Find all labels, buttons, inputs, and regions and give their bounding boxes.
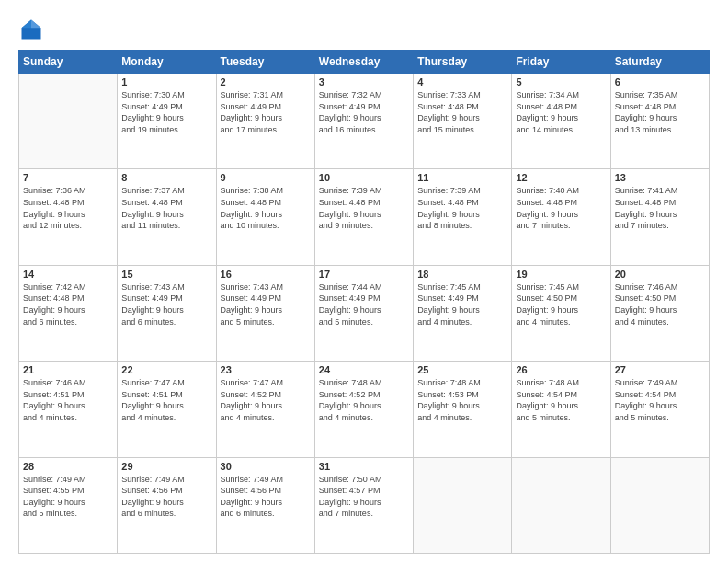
day-number: 9 [221, 172, 311, 183]
day-info: Sunrise: 7:48 AM Sunset: 4:53 PM Dayligh… [417, 377, 507, 423]
col-header-sunday: Sunday [19, 51, 118, 74]
day-cell [19, 74, 118, 169]
day-info: Sunrise: 7:42 AM Sunset: 4:48 PM Dayligh… [23, 282, 113, 327]
week-row-4: 21Sunrise: 7:46 AM Sunset: 4:51 PM Dayli… [19, 362, 710, 457]
calendar-header: SundayMondayTuesdayWednesdayThursdayFrid… [19, 51, 710, 74]
day-number: 26 [516, 364, 606, 375]
header [18, 17, 710, 42]
day-number: 1 [121, 76, 211, 87]
day-info: Sunrise: 7:49 AM Sunset: 4:55 PM Dayligh… [23, 474, 113, 520]
day-info: Sunrise: 7:43 AM Sunset: 4:49 PM Dayligh… [121, 282, 211, 327]
day-number: 18 [417, 269, 507, 280]
day-number: 15 [121, 269, 211, 280]
day-cell: 25Sunrise: 7:48 AM Sunset: 4:53 PM Dayli… [414, 362, 512, 457]
day-info: Sunrise: 7:46 AM Sunset: 4:51 PM Dayligh… [23, 377, 113, 423]
day-cell: 14Sunrise: 7:42 AM Sunset: 4:48 PM Dayli… [19, 265, 118, 361]
day-number: 6 [615, 76, 705, 87]
week-row-2: 7Sunrise: 7:36 AM Sunset: 4:48 PM Daylig… [19, 169, 710, 265]
day-cell: 17Sunrise: 7:44 AM Sunset: 4:49 PM Dayli… [314, 265, 413, 361]
day-cell: 21Sunrise: 7:46 AM Sunset: 4:51 PM Dayli… [19, 362, 118, 457]
day-cell: 6Sunrise: 7:35 AM Sunset: 4:48 PM Daylig… [610, 74, 709, 169]
col-header-wednesday: Wednesday [314, 51, 413, 74]
day-cell: 9Sunrise: 7:38 AM Sunset: 4:48 PM Daylig… [216, 169, 314, 265]
day-cell: 30Sunrise: 7:49 AM Sunset: 4:56 PM Dayli… [216, 457, 314, 553]
day-number: 21 [23, 364, 113, 375]
day-info: Sunrise: 7:33 AM Sunset: 4:48 PM Dayligh… [417, 89, 507, 135]
day-number: 12 [516, 172, 606, 183]
day-cell: 18Sunrise: 7:45 AM Sunset: 4:49 PM Dayli… [414, 265, 512, 361]
week-row-3: 14Sunrise: 7:42 AM Sunset: 4:48 PM Dayli… [19, 265, 710, 361]
day-number: 13 [615, 172, 705, 183]
day-cell: 11Sunrise: 7:39 AM Sunset: 4:48 PM Dayli… [414, 169, 512, 265]
day-number: 11 [417, 172, 507, 183]
day-cell: 5Sunrise: 7:34 AM Sunset: 4:48 PM Daylig… [512, 74, 610, 169]
day-cell: 2Sunrise: 7:31 AM Sunset: 4:49 PM Daylig… [216, 74, 314, 169]
day-info: Sunrise: 7:47 AM Sunset: 4:51 PM Dayligh… [121, 377, 211, 423]
day-cell: 23Sunrise: 7:47 AM Sunset: 4:52 PM Dayli… [216, 362, 314, 457]
col-header-saturday: Saturday [610, 51, 709, 74]
logo-icon [18, 17, 44, 42]
day-cell: 16Sunrise: 7:43 AM Sunset: 4:49 PM Dayli… [216, 265, 314, 361]
svg-marker-1 [31, 20, 41, 29]
svg-marker-2 [22, 20, 32, 29]
day-cell: 3Sunrise: 7:32 AM Sunset: 4:49 PM Daylig… [314, 74, 413, 169]
day-info: Sunrise: 7:41 AM Sunset: 4:48 PM Dayligh… [615, 185, 705, 231]
day-cell: 22Sunrise: 7:47 AM Sunset: 4:51 PM Dayli… [118, 362, 216, 457]
day-number: 20 [615, 269, 705, 280]
week-row-1: 1Sunrise: 7:30 AM Sunset: 4:49 PM Daylig… [19, 74, 710, 169]
page: SundayMondayTuesdayWednesdayThursdayFrid… [0, 0, 728, 563]
day-info: Sunrise: 7:38 AM Sunset: 4:48 PM Dayligh… [221, 185, 311, 231]
day-number: 30 [221, 461, 311, 472]
day-number: 31 [319, 461, 409, 472]
day-info: Sunrise: 7:48 AM Sunset: 4:54 PM Dayligh… [516, 377, 606, 423]
day-number: 25 [417, 364, 507, 375]
day-info: Sunrise: 7:45 AM Sunset: 4:49 PM Dayligh… [417, 282, 507, 327]
day-number: 2 [221, 76, 311, 87]
day-info: Sunrise: 7:36 AM Sunset: 4:48 PM Dayligh… [23, 185, 113, 231]
calendar: SundayMondayTuesdayWednesdayThursdayFrid… [18, 50, 710, 554]
day-info: Sunrise: 7:35 AM Sunset: 4:48 PM Dayligh… [615, 89, 705, 135]
day-info: Sunrise: 7:39 AM Sunset: 4:48 PM Dayligh… [417, 185, 507, 231]
day-number: 4 [417, 76, 507, 87]
day-cell: 10Sunrise: 7:39 AM Sunset: 4:48 PM Dayli… [314, 169, 413, 265]
day-info: Sunrise: 7:48 AM Sunset: 4:52 PM Dayligh… [319, 377, 409, 423]
day-cell: 31Sunrise: 7:50 AM Sunset: 4:57 PM Dayli… [314, 457, 413, 553]
day-number: 14 [23, 269, 113, 280]
day-info: Sunrise: 7:32 AM Sunset: 4:49 PM Dayligh… [319, 89, 409, 135]
day-info: Sunrise: 7:30 AM Sunset: 4:49 PM Dayligh… [121, 89, 211, 135]
day-number: 19 [516, 269, 606, 280]
day-cell: 27Sunrise: 7:49 AM Sunset: 4:54 PM Dayli… [610, 362, 709, 457]
col-header-thursday: Thursday [414, 51, 512, 74]
week-row-5: 28Sunrise: 7:49 AM Sunset: 4:55 PM Dayli… [19, 457, 710, 553]
day-number: 22 [121, 364, 211, 375]
day-cell: 7Sunrise: 7:36 AM Sunset: 4:48 PM Daylig… [19, 169, 118, 265]
day-info: Sunrise: 7:49 AM Sunset: 4:56 PM Dayligh… [121, 474, 211, 520]
day-info: Sunrise: 7:40 AM Sunset: 4:48 PM Dayligh… [516, 185, 606, 231]
day-cell: 15Sunrise: 7:43 AM Sunset: 4:49 PM Dayli… [118, 265, 216, 361]
day-cell: 4Sunrise: 7:33 AM Sunset: 4:48 PM Daylig… [414, 74, 512, 169]
day-cell: 24Sunrise: 7:48 AM Sunset: 4:52 PM Dayli… [314, 362, 413, 457]
day-info: Sunrise: 7:37 AM Sunset: 4:48 PM Dayligh… [121, 185, 211, 231]
day-number: 5 [516, 76, 606, 87]
day-cell: 8Sunrise: 7:37 AM Sunset: 4:48 PM Daylig… [118, 169, 216, 265]
day-info: Sunrise: 7:44 AM Sunset: 4:49 PM Dayligh… [319, 282, 409, 327]
day-cell: 12Sunrise: 7:40 AM Sunset: 4:48 PM Dayli… [512, 169, 610, 265]
day-info: Sunrise: 7:39 AM Sunset: 4:48 PM Dayligh… [319, 185, 409, 231]
header-row: SundayMondayTuesdayWednesdayThursdayFrid… [19, 51, 710, 74]
day-cell: 19Sunrise: 7:45 AM Sunset: 4:50 PM Dayli… [512, 265, 610, 361]
day-cell: 28Sunrise: 7:49 AM Sunset: 4:55 PM Dayli… [19, 457, 118, 553]
day-info: Sunrise: 7:43 AM Sunset: 4:49 PM Dayligh… [221, 282, 311, 327]
day-info: Sunrise: 7:49 AM Sunset: 4:56 PM Dayligh… [221, 474, 311, 520]
day-number: 8 [121, 172, 211, 183]
day-number: 27 [615, 364, 705, 375]
col-header-tuesday: Tuesday [216, 51, 314, 74]
day-cell [610, 457, 709, 553]
day-cell: 29Sunrise: 7:49 AM Sunset: 4:56 PM Dayli… [118, 457, 216, 553]
day-info: Sunrise: 7:50 AM Sunset: 4:57 PM Dayligh… [319, 474, 409, 520]
calendar-body: 1Sunrise: 7:30 AM Sunset: 4:49 PM Daylig… [19, 74, 710, 554]
day-number: 24 [319, 364, 409, 375]
col-header-friday: Friday [512, 51, 610, 74]
day-info: Sunrise: 7:45 AM Sunset: 4:50 PM Dayligh… [516, 282, 606, 327]
day-number: 10 [319, 172, 409, 183]
day-number: 7 [23, 172, 113, 183]
